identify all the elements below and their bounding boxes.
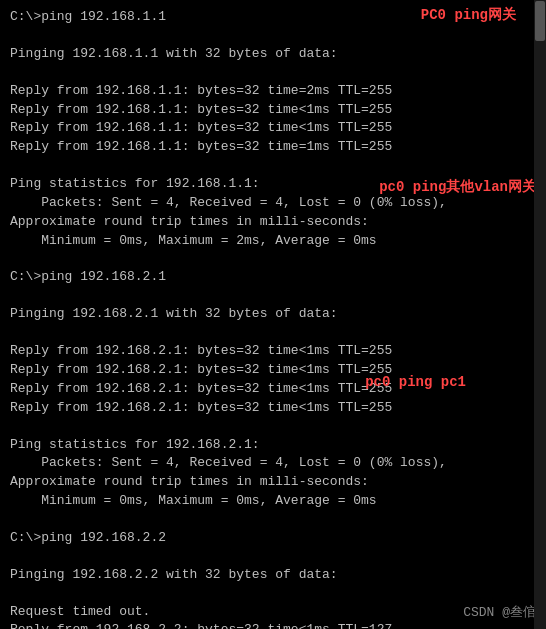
terminal-line: Reply from 192.168.1.1: bytes=32 time<1m…	[10, 119, 536, 138]
scrollbar[interactable]	[534, 0, 546, 629]
terminal-line	[10, 157, 536, 175]
terminal-line: Packets: Sent = 4, Received = 4, Lost = …	[10, 194, 536, 213]
terminal-line	[10, 585, 536, 603]
terminal-line: Pinging 192.168.2.2 with 32 bytes of dat…	[10, 566, 536, 585]
terminal-line: Request timed out.	[10, 603, 536, 622]
terminal-line: Ping statistics for 192.168.2.1:	[10, 436, 536, 455]
terminal-line: Reply from 192.168.1.1: bytes=32 time=2m…	[10, 82, 536, 101]
terminal-window: C:\>ping 192.168.1.1Pinging 192.168.1.1 …	[0, 0, 546, 629]
terminal-line	[10, 27, 536, 45]
terminal-line: Minimum = 0ms, Maximum = 0ms, Average = …	[10, 492, 536, 511]
terminal-line: C:\>ping 192.168.2.2	[10, 529, 536, 548]
terminal-line: Reply from 192.168.2.1: bytes=32 time<1m…	[10, 399, 536, 418]
terminal-line	[10, 511, 536, 529]
terminal-line: Pinging 192.168.2.1 with 32 bytes of dat…	[10, 305, 536, 324]
terminal-line: Reply from 192.168.2.2: bytes=32 time<1m…	[10, 621, 536, 629]
terminal-line	[10, 64, 536, 82]
terminal-line	[10, 250, 536, 268]
annotation-ping-pc1: pc0 ping pc1	[365, 374, 466, 390]
annotation-ping-gateway: PC0 ping网关	[421, 6, 516, 24]
terminal-line: Approximate round trip times in milli-se…	[10, 213, 536, 232]
terminal-line: Approximate round trip times in milli-se…	[10, 473, 536, 492]
terminal-line: Reply from 192.168.1.1: bytes=32 time=1m…	[10, 138, 536, 157]
scrollbar-thumb[interactable]	[535, 1, 545, 41]
terminal-line: C:\>ping 192.168.2.1	[10, 268, 536, 287]
csdn-watermark: CSDN @叁倌	[463, 603, 536, 621]
terminal-line: Packets: Sent = 4, Received = 4, Lost = …	[10, 454, 536, 473]
terminal-line: Pinging 192.168.1.1 with 32 bytes of dat…	[10, 45, 536, 64]
terminal-line	[10, 324, 536, 342]
terminal-line	[10, 418, 536, 436]
terminal-line	[10, 287, 536, 305]
terminal-line: Minimum = 0ms, Maximum = 2ms, Average = …	[10, 232, 536, 251]
annotation-ping-other-vlan: pc0 ping其他vlan网关	[379, 178, 536, 196]
terminal-output: C:\>ping 192.168.1.1Pinging 192.168.1.1 …	[10, 8, 536, 629]
terminal-line	[10, 548, 536, 566]
terminal-line: Reply from 192.168.2.1: bytes=32 time<1m…	[10, 342, 536, 361]
terminal-line: Reply from 192.168.1.1: bytes=32 time<1m…	[10, 101, 536, 120]
